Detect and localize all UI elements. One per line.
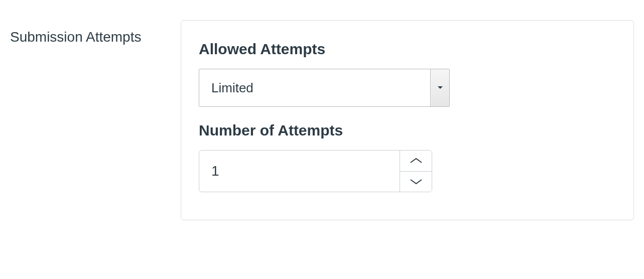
number-of-attempts-label: Number of Attempts (199, 122, 616, 139)
allowed-attempts-label: Allowed Attempts (199, 41, 616, 58)
allowed-attempts-select[interactable]: Limited (199, 69, 450, 107)
caret-down-icon (437, 86, 443, 90)
settings-panel: Allowed Attempts Limited Number of Attem… (181, 20, 634, 220)
number-of-attempts-group: Number of Attempts 1 (199, 122, 616, 192)
number-of-attempts-stepper[interactable]: 1 (199, 150, 432, 192)
stepper-increment-button[interactable] (400, 151, 432, 172)
chevron-up-icon (409, 157, 423, 164)
section-label: Submission Attempts (10, 20, 166, 45)
number-of-attempts-value[interactable]: 1 (199, 151, 400, 192)
stepper-buttons (400, 151, 432, 192)
stepper-decrement-button[interactable] (400, 172, 432, 192)
allowed-attempts-group: Allowed Attempts Limited (199, 41, 616, 107)
chevron-down-icon (409, 178, 423, 185)
allowed-attempts-value: Limited (199, 69, 430, 106)
dropdown-button[interactable] (430, 69, 449, 106)
submission-attempts-row: Submission Attempts Allowed Attempts Lim… (10, 20, 634, 220)
